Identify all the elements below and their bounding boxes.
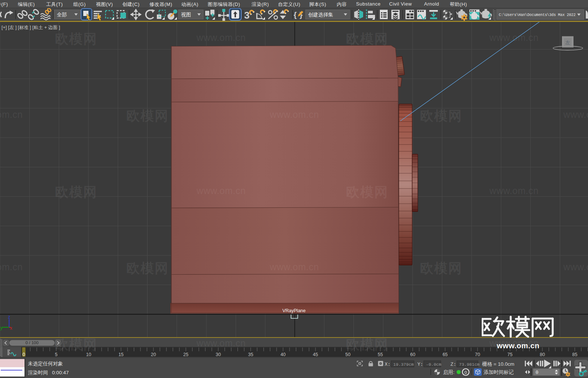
svg-text:VRayPlane: VRayPlane (282, 308, 306, 313)
svg-text:x: x (10, 325, 12, 330)
svg-text:Y:: Y: (417, 362, 423, 367)
svg-text:-0.0cm: -0.0cm (426, 362, 442, 367)
svg-text:z: z (8, 314, 10, 319)
svg-text:0 / 100: 0 / 100 (25, 340, 38, 345)
svg-text:70: 70 (475, 352, 480, 357)
svg-text:启用:: 启用: (443, 369, 455, 375)
svg-text:0:00:47: 0:00:47 (52, 370, 69, 375)
svg-text:0: 0 (465, 370, 467, 375)
svg-text:y: y (0, 325, 3, 330)
svg-text:视图: 视图 (181, 12, 191, 17)
svg-text:20: 20 (151, 352, 156, 357)
svg-text:栅格 = 10.0cm: 栅格 = 10.0cm (482, 361, 514, 367)
svg-text:Z:: Z: (450, 362, 456, 367)
svg-text:创建选择集: 创建选择集 (308, 12, 333, 17)
svg-text:0: 0 (22, 352, 25, 357)
svg-text:75: 75 (507, 352, 513, 357)
svg-text:60: 60 (410, 352, 415, 357)
svg-text:25: 25 (183, 352, 188, 357)
svg-text:X:: X: (385, 362, 391, 367)
svg-text:[+] [左 ] [标准 ] [粘土 + 边面 ]: [+] [左 ] [标准 ] [粘土 + 边面 ] (1, 25, 60, 30)
svg-text:65: 65 (443, 352, 448, 357)
svg-text:30: 30 (216, 352, 221, 357)
svg-text:40: 40 (281, 352, 286, 357)
svg-text:未选定任何对象: 未选定任何对象 (28, 361, 63, 366)
svg-text:添加时间标记: 添加时间标记 (484, 369, 514, 375)
svg-text:{: { (294, 10, 297, 19)
svg-text:19.379cm: 19.379cm (393, 362, 414, 367)
svg-text:3: 3 (244, 10, 249, 21)
svg-text:35: 35 (248, 352, 253, 357)
svg-text:85: 85 (572, 352, 577, 357)
svg-text:73.981cm: 73.981cm (459, 362, 479, 367)
svg-text:全部: 全部 (57, 12, 67, 17)
svg-text:45: 45 (313, 352, 318, 357)
svg-text:C:\Users\Han\Documents\3ds Max: C:\Users\Han\Documents\3ds Max 2022 (499, 13, 576, 17)
svg-text:渲染时间: 渲染时间 (28, 370, 48, 375)
svg-text:15: 15 (119, 352, 124, 357)
svg-text:0: 0 (536, 370, 539, 375)
svg-text:80: 80 (540, 352, 545, 357)
svg-text:左: 左 (565, 39, 570, 45)
